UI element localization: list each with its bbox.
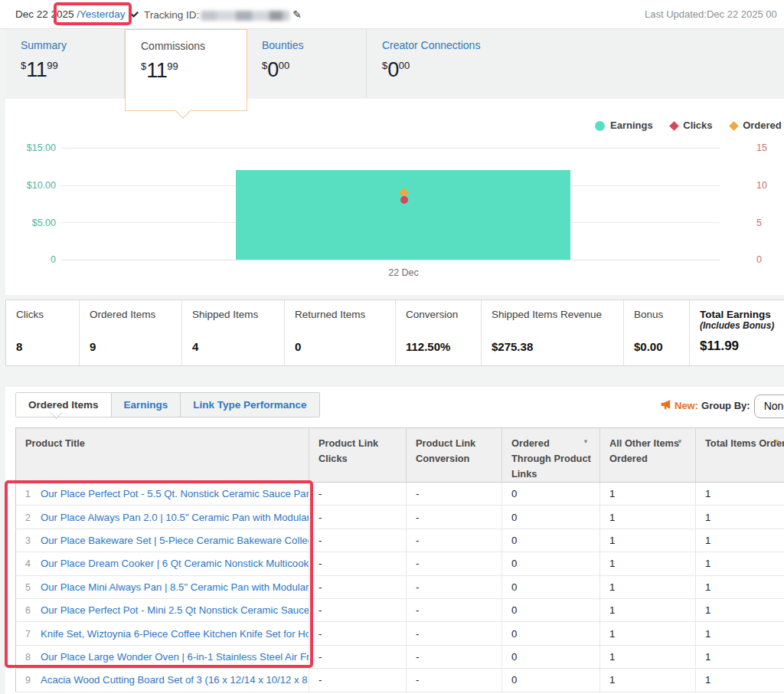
- row-number: 1: [25, 489, 41, 499]
- stat-clicks: Clicks 8: [6, 300, 80, 365]
- group-by-select[interactable]: None: [754, 394, 784, 418]
- sort-icon[interactable]: ▼: [677, 437, 683, 447]
- cell-clicks: -: [309, 506, 407, 529]
- stat-shipped-items-revenue: Shipped Items Revenue $275.38: [482, 300, 624, 365]
- cell-all-other: 1: [600, 645, 696, 668]
- report-tab-ordered-items[interactable]: Ordered Items: [15, 392, 112, 417]
- product-title-link[interactable]: Our Place Perfect Pot - Mini 2.5 Qt Nons…: [41, 604, 309, 616]
- stat-value: 0: [295, 340, 395, 353]
- cell-ordered-through: 0: [502, 669, 600, 692]
- cell-total: 1: [696, 552, 784, 575]
- tab-commissions-selected[interactable]: Commissions $1199: [125, 29, 247, 111]
- stat-value: 4: [192, 340, 284, 353]
- row-number: 4: [25, 558, 41, 569]
- sort-icon-active[interactable]: ▼: [774, 437, 780, 447]
- earnings-bar[interactable]: [236, 170, 570, 260]
- cell-ordered-through: 0: [502, 529, 600, 552]
- table-row: 7Knife Set, Wiztoynia 6-Piece Coffee Kit…: [16, 622, 784, 645]
- y-axis-left-tick: $10.00: [13, 180, 56, 191]
- cell-product-title: 3Our Place Bakeware Set | 5-Piece Cerami…: [16, 529, 309, 552]
- legend-clicks[interactable]: Clicks: [671, 119, 712, 131]
- cell-clicks: -: [309, 575, 407, 598]
- gridline: [61, 148, 720, 149]
- product-title-link[interactable]: Our Place Bakeware Set | 5-Piece Ceramic…: [41, 535, 309, 546]
- col-all-other-items-ordered: All Other Items Ordered▼: [600, 428, 696, 483]
- clicks-point[interactable]: [400, 196, 408, 204]
- cell-clicks: -: [309, 483, 407, 506]
- product-title-link[interactable]: Our Place Always Pan 2.0 | 10.5" Ceramic…: [41, 512, 309, 523]
- report-tab-earnings[interactable]: Earnings: [112, 392, 181, 417]
- sort-icon[interactable]: ▼: [583, 437, 589, 447]
- cell-all-other: 1: [600, 575, 696, 598]
- table-row: 6Our Place Perfect Pot - Mini 2.5 Qt Non…: [16, 598, 784, 621]
- stat-value: $275.38: [492, 340, 623, 353]
- report-tab-link-type-performance[interactable]: Link Type Performance: [181, 392, 319, 417]
- cell-total: 1: [696, 575, 784, 598]
- product-title-link[interactable]: Our Place Mini Always Pan | 8.5" Ceramic…: [41, 581, 309, 593]
- legend-ordered-items[interactable]: Ordered Items: [730, 119, 784, 131]
- row-number: 8: [25, 652, 41, 663]
- cell-product-title: 2Our Place Always Pan 2.0 | 10.5" Cerami…: [16, 506, 309, 529]
- cell-conversion: -: [407, 598, 502, 621]
- row-number: 6: [25, 605, 41, 616]
- col-total-items-ordered: Total Items Ordered▼: [696, 428, 784, 483]
- edit-pencil-icon[interactable]: ✎: [292, 8, 302, 21]
- date-preset-text: /Yesterday: [77, 8, 125, 20]
- new-badge: New:: [675, 400, 698, 411]
- product-title-link[interactable]: Our Place Perfect Pot - 5.5 Qt. Nonstick…: [41, 488, 309, 499]
- tab-label: Summary: [21, 39, 124, 51]
- cell-conversion: -: [407, 575, 502, 598]
- row-number: 2: [25, 512, 41, 523]
- cell-ordered-through: 0: [502, 598, 600, 621]
- cell-clicks: -: [309, 552, 407, 575]
- cell-ordered-through: 0: [502, 622, 600, 645]
- cell-product-title: 6Our Place Perfect Pot - Mini 2.5 Qt Non…: [16, 598, 309, 621]
- y-axis-left-tick: $15.00: [13, 142, 56, 153]
- cell-product-title: 8Our Place Large Wonder Oven | 6-in-1 St…: [16, 645, 309, 668]
- cell-clicks: -: [309, 645, 407, 668]
- cell-ordered-through: 0: [502, 506, 600, 529]
- cell-product-title: 4Our Place Dream Cooker | 6 Qt Ceramic N…: [16, 552, 309, 575]
- tab-value: $1199: [21, 58, 124, 82]
- date-range-dropdown[interactable]: Dec 22 2025 /Yesterday: [15, 0, 136, 29]
- cell-product-title: 9Acacia Wood Cutting Board Set of 3 (16 …: [16, 669, 309, 692]
- ordered-items-marker-icon: [729, 121, 739, 131]
- tracking-id-redacted: [201, 11, 289, 21]
- cell-all-other: 1: [600, 552, 696, 575]
- product-title-link[interactable]: Acacia Wood Cutting Board Set of 3 (16 x…: [41, 674, 309, 686]
- row-number: 7: [25, 629, 41, 640]
- table-body: 1Our Place Perfect Pot - 5.5 Qt. Nonstic…: [16, 483, 784, 692]
- cell-total: 1: [696, 645, 784, 668]
- tab-summary[interactable]: Summary $1199: [5, 29, 125, 98]
- cell-total: 1: [696, 529, 784, 552]
- cell-conversion: -: [407, 622, 502, 645]
- legend-earnings[interactable]: Earnings: [595, 119, 653, 131]
- cell-clicks: -: [309, 598, 407, 621]
- cell-product-title: 7Knife Set, Wiztoynia 6-Piece Coffee Kit…: [16, 622, 309, 645]
- x-axis-tick: 22 Dec: [350, 267, 457, 278]
- cell-conversion: -: [407, 483, 502, 506]
- cell-conversion: -: [407, 506, 502, 529]
- cell-all-other: 1: [600, 483, 696, 506]
- tab-creator-connections[interactable]: Creator Connections $000: [367, 29, 784, 98]
- cell-product-title: 1Our Place Perfect Pot - 5.5 Qt. Nonstic…: [16, 483, 309, 506]
- cell-all-other: 1: [600, 506, 696, 529]
- col-product-link-clicks: Product Link Clicks: [309, 428, 407, 483]
- tab-bounties[interactable]: Bounties $000: [247, 29, 367, 98]
- product-title-link[interactable]: Knife Set, Wiztoynia 6-Piece Coffee Kitc…: [41, 628, 309, 640]
- cell-total: 1: [696, 622, 784, 645]
- stat-value: 112.50%: [406, 340, 481, 353]
- tab-value: $000: [382, 58, 784, 82]
- associates-reports-page: { "currency": "$", "header": { "date": "…: [0, 0, 784, 694]
- plot-area: 22 Dec: [61, 148, 720, 260]
- cell-total: 1: [696, 669, 784, 692]
- stat-value: 9: [90, 340, 181, 353]
- stat-conversion: Conversion 112.50%: [396, 300, 482, 365]
- product-title-link[interactable]: Our Place Large Wonder Oven | 6-in-1 Sta…: [41, 651, 309, 663]
- col-product-title: Product Title: [16, 428, 309, 483]
- y-axis-right-tick: 5: [756, 218, 762, 228]
- stat-total-earnings: Total Earnings (Includes Bonus) $11.99: [690, 300, 784, 365]
- product-title-link[interactable]: Our Place Dream Cooker | 6 Qt Ceramic No…: [41, 558, 309, 569]
- cell-ordered-through: 0: [502, 552, 600, 575]
- tab-value: $000: [262, 58, 366, 82]
